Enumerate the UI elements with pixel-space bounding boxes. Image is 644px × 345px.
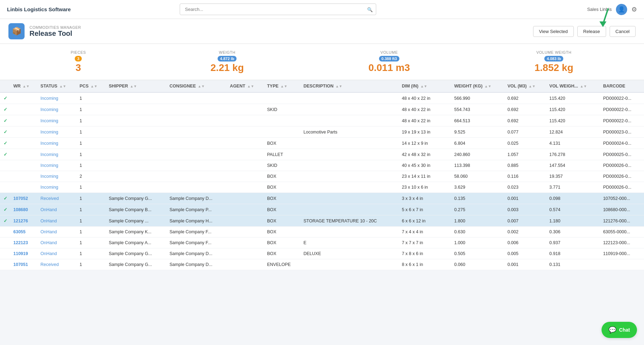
row-wr[interactable] <box>11 92 38 104</box>
row-wr[interactable] <box>11 138 38 149</box>
cancel-button[interactable]: Cancel <box>610 26 636 37</box>
row-wr[interactable] <box>11 126 38 138</box>
col-header-description[interactable]: DESCRIPTION ▲▼ <box>301 80 399 92</box>
table-row[interactable]: Incoming2BOX23 x 14 x 11 in58.0600.11619… <box>0 171 644 182</box>
table-row[interactable]: ✓107052Received1Sample Company G...Sampl… <box>0 193 644 204</box>
row-weight: 554.743 <box>451 104 505 115</box>
row-check[interactable] <box>0 248 11 259</box>
row-status[interactable]: Incoming <box>38 104 77 115</box>
col-header-consignee[interactable]: CONSIGNEE ▲▼ <box>167 80 227 92</box>
row-status[interactable]: Incoming <box>38 92 77 104</box>
row-description: STORAGE TEMPERATURE 10 - 20C <box>301 215 399 227</box>
row-check[interactable] <box>0 160 11 171</box>
row-wr[interactable]: 108680 <box>11 204 38 215</box>
table-row[interactable]: ✓108680OnHand1Sample Company B...Sample … <box>0 204 644 215</box>
row-wr[interactable]: 63055 <box>11 227 38 237</box>
col-header-pcs[interactable]: PCS ▲▼ <box>77 80 106 92</box>
row-status[interactable]: OnHand <box>38 227 77 237</box>
col-header-wr[interactable]: WR ▲▼ <box>11 80 38 92</box>
row-wr[interactable] <box>11 149 38 160</box>
row-wr[interactable] <box>11 115 38 126</box>
row-wr[interactable] <box>11 182 38 193</box>
table-row[interactable]: Incoming1BOX23 x 10 x 6 in3.6290.0233.77… <box>0 182 644 193</box>
row-vol: 0.023 <box>505 182 546 193</box>
row-shipper: Sample Company G... <box>106 259 167 270</box>
row-check[interactable] <box>0 259 11 270</box>
row-agent <box>227 171 264 182</box>
row-wr[interactable] <box>11 171 38 182</box>
row-check[interactable]: ✓ <box>0 115 11 126</box>
col-header-vol[interactable]: VOL (M3) ▲▼ <box>505 80 546 92</box>
table-row[interactable]: Incoming1SKID40 x 45 x 30 in113.3980.885… <box>0 160 644 171</box>
search-input[interactable] <box>180 4 376 15</box>
row-status[interactable]: OnHand <box>38 204 77 215</box>
row-wr[interactable] <box>11 160 38 171</box>
row-check[interactable]: ✓ <box>0 126 11 138</box>
row-status[interactable]: Incoming <box>38 182 77 193</box>
row-check[interactable] <box>0 171 11 182</box>
col-header-type[interactable]: TYPE ▲▼ <box>264 80 301 92</box>
col-header-agent[interactable]: AGENT ▲▼ <box>227 80 264 92</box>
col-header-volweight[interactable]: VOL WEIGH... ▲▼ <box>546 80 600 92</box>
table-row[interactable]: ✓Incoming1SKID48 x 40 x 22 in554.7430.69… <box>0 104 644 115</box>
row-agent <box>227 259 264 270</box>
view-selected-button[interactable]: View Selected <box>533 26 574 37</box>
stat-weight: WEIGTH 4.872 lb 2.21 kg <box>211 50 244 73</box>
row-status[interactable]: Incoming <box>38 115 77 126</box>
row-status[interactable]: OnHand <box>38 237 77 248</box>
row-shipper: Sample Company B... <box>106 204 167 215</box>
table-row[interactable]: ✓Incoming1PALLET42 x 48 x 32 in240.8601.… <box>0 149 644 160</box>
row-shipper <box>106 115 167 126</box>
row-check[interactable]: ✓ <box>0 138 11 149</box>
row-barcode: PD000024-0... <box>600 138 644 149</box>
row-wr[interactable]: 107051 <box>11 259 38 270</box>
row-status[interactable]: OnHand <box>38 215 77 227</box>
row-status[interactable]: Incoming <box>38 149 77 160</box>
row-wr[interactable]: 121276 <box>11 215 38 227</box>
row-wr[interactable]: 122123 <box>11 237 38 248</box>
col-header-barcode[interactable]: BARCODE <box>600 80 644 92</box>
gear-icon[interactable]: ⚙ <box>631 6 637 13</box>
row-check[interactable]: ✓ <box>0 149 11 160</box>
row-volweight: 0.306 <box>546 227 600 237</box>
row-check[interactable]: ✓ <box>0 92 11 104</box>
table-row[interactable]: 110919OnHand1Sample Company G...Sample C… <box>0 248 644 259</box>
row-type: PALLET <box>264 149 301 160</box>
row-dim: 7 x 8 x 6 in <box>399 248 451 259</box>
row-volweight: 4.131 <box>546 138 600 149</box>
table-row[interactable]: 122123OnHand1Sample Company A...Sample C… <box>0 237 644 248</box>
weight-label: WEIGTH <box>211 50 244 54</box>
table-row[interactable]: ✓Incoming1BOX14 x 12 x 9 in6.8040.0254.1… <box>0 138 644 149</box>
col-header-status[interactable]: STATUS ▲▼ <box>38 80 77 92</box>
row-status[interactable]: Incoming <box>38 171 77 182</box>
row-barcode: 121276-000... <box>600 215 644 227</box>
row-status[interactable]: Incoming <box>38 126 77 138</box>
row-status[interactable]: OnHand <box>38 248 77 259</box>
row-status[interactable]: Incoming <box>38 160 77 171</box>
table-row[interactable]: ✓Incoming148 x 40 x 22 in566.9900.692115… <box>0 92 644 104</box>
row-check[interactable] <box>0 227 11 237</box>
row-wr[interactable] <box>11 104 38 115</box>
table-row[interactable]: ✓Incoming1Locomotive Parts19 x 19 x 13 i… <box>0 126 644 138</box>
row-check[interactable]: ✓ <box>0 193 11 204</box>
row-check[interactable]: ✓ <box>0 104 11 115</box>
row-check[interactable]: ✓ <box>0 204 11 215</box>
row-check[interactable] <box>0 237 11 248</box>
table-row[interactable]: 63055OnHand1Sample Company K...Sample Co… <box>0 227 644 237</box>
row-dim: 48 x 40 x 22 in <box>399 92 451 104</box>
table-row[interactable]: ✓Incoming148 x 40 x 22 in664.5130.692115… <box>0 115 644 126</box>
table-row[interactable]: 107051Received1Sample Company G...Sample… <box>0 259 644 270</box>
row-check[interactable] <box>0 182 11 193</box>
col-header-weight[interactable]: WEIGHT (KG) ▲▼ <box>451 80 505 92</box>
col-header-shipper[interactable]: SHIPPER ▲▼ <box>106 80 167 92</box>
row-status[interactable]: Incoming <box>38 138 77 149</box>
row-status[interactable]: Received <box>38 193 77 204</box>
row-status[interactable]: Received <box>38 259 77 270</box>
table-row[interactable]: ✓121276OnHand1Sample Company ...Sample C… <box>0 215 644 227</box>
row-wr[interactable]: 110919 <box>11 248 38 259</box>
row-type <box>264 115 301 126</box>
pieces-value: 3 <box>71 62 86 73</box>
row-wr[interactable]: 107052 <box>11 193 38 204</box>
col-header-dim[interactable]: DIM (IN) ▲▼ <box>399 80 451 92</box>
row-check[interactable]: ✓ <box>0 215 11 227</box>
